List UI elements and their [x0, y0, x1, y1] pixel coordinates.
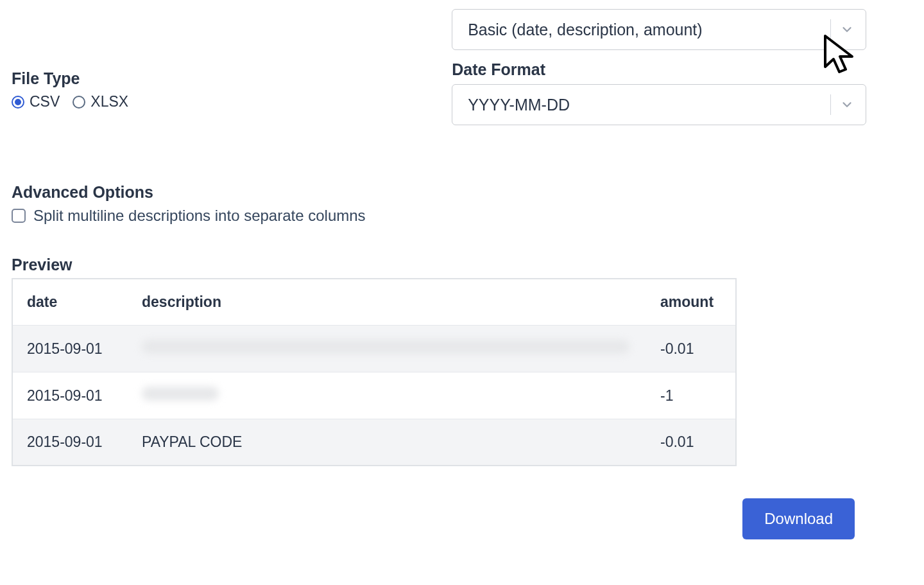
columns-select-value: Basic (date, description, amount) — [468, 21, 702, 39]
table-row: 2015-09-01 -1 — [12, 372, 736, 419]
redacted-content — [142, 387, 219, 401]
table-row: 2015-09-01 PAYPAL CODE -0.01 — [12, 419, 736, 466]
split-multiline-label: Split multiline descriptions into separa… — [33, 207, 366, 225]
file-type-csv-radio[interactable]: CSV — [12, 93, 60, 110]
cell-description: PAYPAL CODE — [128, 419, 646, 466]
col-header-description: description — [128, 279, 646, 326]
col-header-date: date — [12, 279, 128, 326]
file-type-xlsx-label: XLSX — [90, 93, 128, 110]
table-row: 2015-09-01 -0.01 — [12, 326, 736, 372]
file-type-radio-group: CSV XLSX — [12, 93, 426, 110]
select-separator — [830, 19, 831, 40]
cell-amount: -0.01 — [646, 326, 736, 372]
checkbox-unchecked-icon — [12, 209, 26, 223]
col-header-amount: amount — [646, 279, 736, 326]
file-type-label: File Type — [12, 69, 426, 88]
cell-date: 2015-09-01 — [12, 372, 128, 419]
chevron-down-icon — [840, 22, 854, 37]
date-format-select[interactable]: YYYY-MM-DD — [452, 84, 866, 125]
date-format-label: Date Format — [452, 60, 866, 79]
file-type-csv-label: CSV — [30, 93, 60, 110]
cell-description — [128, 326, 646, 372]
cell-description — [128, 372, 646, 419]
radio-unselected-icon — [73, 96, 85, 109]
cell-amount: -1 — [646, 372, 736, 419]
preview-label: Preview — [12, 256, 912, 274]
date-format-value: YYYY-MM-DD — [468, 96, 570, 114]
columns-select[interactable]: Basic (date, description, amount) — [452, 9, 866, 50]
file-type-xlsx-radio[interactable]: XLSX — [73, 93, 128, 110]
radio-selected-icon — [12, 96, 24, 109]
cell-amount: -0.01 — [646, 419, 736, 466]
cell-date: 2015-09-01 — [12, 419, 128, 466]
select-separator — [830, 94, 831, 115]
redacted-content — [142, 340, 629, 354]
table-header-row: date description amount — [12, 279, 736, 326]
cell-date: 2015-09-01 — [12, 326, 128, 372]
chevron-down-icon — [840, 98, 854, 112]
download-button[interactable]: Download — [742, 498, 855, 539]
split-multiline-checkbox[interactable]: Split multiline descriptions into separa… — [12, 207, 912, 225]
preview-table: date description amount 2015-09-01 -0.01… — [12, 278, 737, 466]
advanced-options-label: Advanced Options — [12, 183, 912, 202]
